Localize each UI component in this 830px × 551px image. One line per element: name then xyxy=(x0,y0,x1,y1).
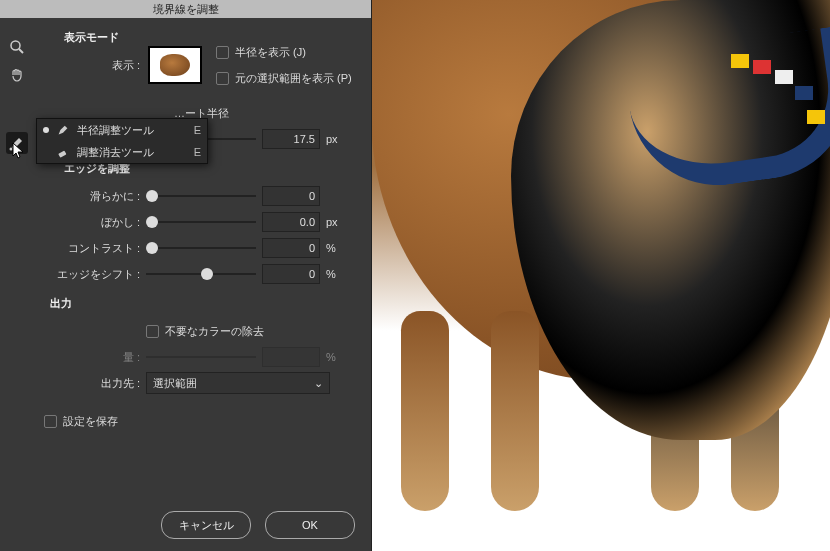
canvas-preview xyxy=(371,0,830,551)
contrast-value[interactable]: 0 xyxy=(262,238,320,258)
smooth-label: 滑らかに xyxy=(44,189,146,204)
show-original-label: 元の選択範囲を表示 (P) xyxy=(235,71,352,86)
show-radius-checkbox[interactable] xyxy=(216,46,229,59)
contrast-unit: % xyxy=(326,242,348,254)
amount-unit: % xyxy=(326,351,348,363)
smooth-slider[interactable] xyxy=(146,189,256,203)
view-thumbnail[interactable] xyxy=(148,46,202,84)
ok-button[interactable]: OK xyxy=(265,511,355,539)
shift-edge-value[interactable]: 0 xyxy=(262,264,320,284)
flyout-item-shortcut: E xyxy=(194,124,201,136)
smooth-value[interactable]: 0 xyxy=(262,186,320,206)
feather-unit: px xyxy=(326,216,348,228)
remember-settings-checkbox[interactable] xyxy=(44,415,57,428)
contrast-slider[interactable] xyxy=(146,241,256,255)
output-to-select[interactable]: 選択範囲 ⌄ xyxy=(146,372,330,394)
radius-value[interactable]: 17.5 xyxy=(262,129,320,149)
svg-point-2 xyxy=(10,148,13,151)
decontaminate-label: 不要なカラーの除去 xyxy=(165,324,264,339)
hand-tool[interactable] xyxy=(6,64,28,86)
erase-refinements-icon xyxy=(55,144,71,160)
cancel-button[interactable]: キャンセル xyxy=(161,511,251,539)
amount-slider xyxy=(146,350,256,364)
show-original-checkbox[interactable] xyxy=(216,72,229,85)
output-to-value: 選択範囲 xyxy=(153,376,197,391)
radius-unit: px xyxy=(326,133,348,145)
refine-radius-icon xyxy=(55,122,71,138)
output-heading: 出力 xyxy=(50,296,359,311)
shift-edge-label: エッジをシフト xyxy=(44,267,146,282)
zoom-tool[interactable] xyxy=(6,36,28,58)
svg-rect-3 xyxy=(58,150,66,157)
refine-brush-tool[interactable] xyxy=(6,132,28,154)
chevron-down-icon: ⌄ xyxy=(314,377,323,390)
brush-tool-flyout: 半径調整ツール E 調整消去ツール E xyxy=(36,118,208,164)
output-to-label: 出力先 xyxy=(44,376,146,391)
flyout-item-label: 調整消去ツール xyxy=(77,145,154,160)
feather-label: ぼかし xyxy=(44,215,146,230)
flyout-erase-refinements[interactable]: 調整消去ツール E xyxy=(37,141,207,163)
shift-edge-slider[interactable] xyxy=(146,267,256,281)
remember-settings-label: 設定を保存 xyxy=(63,414,118,429)
feather-value[interactable]: 0.0 xyxy=(262,212,320,232)
flyout-item-shortcut: E xyxy=(194,146,201,158)
flyout-refine-radius[interactable]: 半径調整ツール E xyxy=(37,119,207,141)
feather-slider[interactable] xyxy=(146,215,256,229)
flyout-item-label: 半径調整ツール xyxy=(77,123,154,138)
amount-label: 量 xyxy=(44,350,146,365)
amount-value xyxy=(262,347,320,367)
shift-edge-unit: % xyxy=(326,268,348,280)
show-label: 表示 xyxy=(44,58,146,73)
show-radius-label: 半径を表示 (J) xyxy=(235,45,306,60)
contrast-label: コントラスト xyxy=(44,241,146,256)
dialog-title: 境界線を調整 xyxy=(0,0,371,18)
refine-edge-dialog: 境界線を調整 半径調整ツール E 調整消 xyxy=(0,0,372,551)
svg-line-1 xyxy=(19,49,23,53)
decontaminate-checkbox[interactable] xyxy=(146,325,159,338)
svg-point-0 xyxy=(11,41,20,50)
